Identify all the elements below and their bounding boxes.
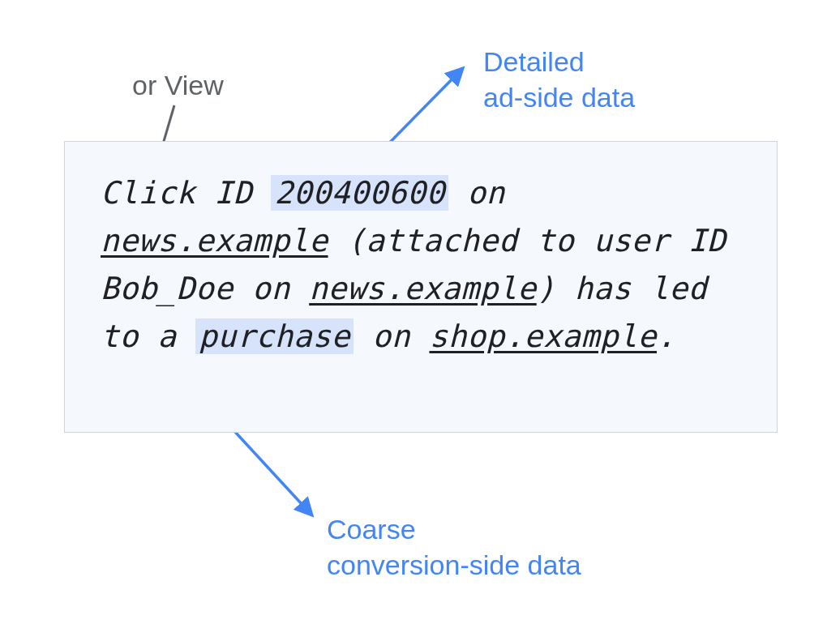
annotation-detailed-ad-side: Detailed ad-side data bbox=[483, 44, 635, 115]
record-mid3: on bbox=[354, 318, 430, 354]
annotation-coarse-conversion-side: Coarse conversion-side data bbox=[327, 511, 581, 583]
record-site1: news.example bbox=[101, 223, 328, 259]
record-pre-id: Click ID bbox=[101, 175, 271, 211]
record-site1-again: news.example bbox=[309, 271, 537, 306]
annotation-or-view: or View bbox=[132, 67, 224, 103]
record-site2: shop.example bbox=[429, 318, 657, 354]
record-tail: . bbox=[657, 318, 675, 354]
record-action: purchase bbox=[195, 318, 354, 354]
attribution-record-text: Click ID 200400600 on news.example (atta… bbox=[101, 169, 741, 361]
record-post-id: on bbox=[448, 175, 505, 211]
attribution-record-box: Click ID 200400600 on news.example (atta… bbox=[64, 141, 778, 433]
record-click-id: 200400600 bbox=[271, 175, 448, 211]
